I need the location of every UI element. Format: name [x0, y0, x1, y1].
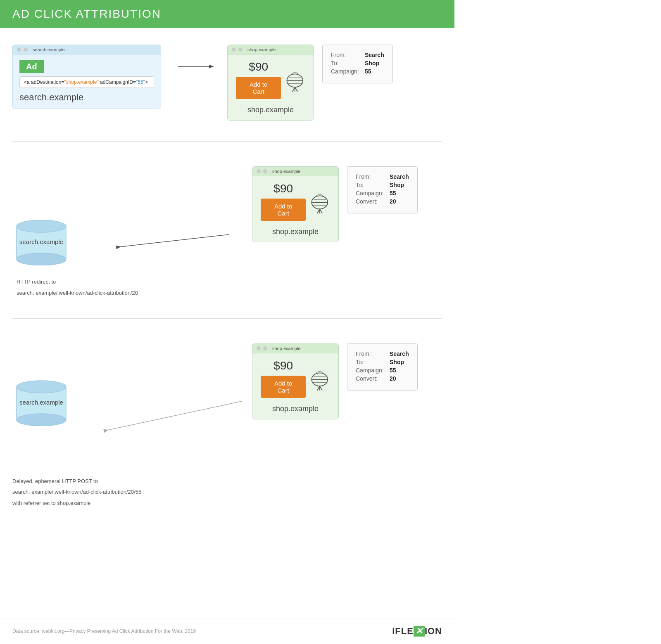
from-value-1: Search: [365, 52, 384, 58]
search-browser-1: search.example Ad <a adDestination="shop…: [12, 45, 161, 109]
svg-line-16: [317, 209, 320, 213]
info-row-from-1: From: Search: [331, 52, 384, 58]
section-1: search.example Ad <a adDestination="shop…: [12, 45, 442, 142]
from-value-3: Search: [390, 350, 409, 357]
arrow-s2: [116, 230, 231, 257]
shop-btn-forward-3[interactable]: [263, 346, 267, 350]
shop-body-3: $90 Add to Cart: [252, 353, 338, 419]
shop-browser-bar-2: shop.example: [252, 167, 338, 176]
svg-line-17: [320, 209, 322, 213]
to-label-1: To:: [331, 60, 360, 66]
grill-icon-2: [310, 191, 330, 215]
from-label-3: From:: [356, 350, 385, 357]
shop-btn-back[interactable]: [232, 47, 236, 52]
grill-icon-3: [310, 368, 330, 393]
campaign-value-2: 55: [390, 190, 396, 197]
post-text-block: Delayed, ephemeral HTTP POST to search. …: [12, 477, 442, 508]
svg-line-27: [317, 386, 320, 391]
campaign-label-3: Campaign:: [356, 367, 385, 374]
cylinder-label-2: search.example: [19, 238, 63, 245]
from-label-1: From:: [331, 52, 360, 58]
campaign-value-3: 55: [390, 367, 396, 374]
grill-icon-1: [285, 69, 305, 94]
post-text-line1: Delayed, ephemeral HTTP POST to: [12, 477, 442, 486]
product-price-2: $90: [261, 182, 306, 195]
from-label-2: From:: [356, 173, 385, 180]
info-row-from-2: From: Search: [356, 173, 409, 180]
logo-x: ✕: [414, 626, 425, 637]
svg-point-9: [17, 220, 66, 232]
convert-value-3: 20: [390, 375, 396, 382]
section-3: search.example: [12, 343, 442, 528]
info-box-3: From: Search To: Shop Campaign: 55 Conve…: [347, 343, 418, 391]
arrow-s3: [103, 397, 244, 440]
shop-body-2: $90 Add to Cart: [252, 176, 338, 242]
info-row-to-1: To: Shop: [331, 60, 384, 66]
to-value-2: Shop: [390, 182, 404, 188]
svg-point-20: [17, 381, 66, 393]
ad-code: <a adDestination="shop.example" adCampai…: [19, 76, 154, 88]
main-content: search.example Ad <a adDestination="shop…: [0, 45, 454, 594]
svg-line-6: [295, 87, 297, 92]
shop-browser-bar-3: shop.example: [252, 344, 338, 353]
shop-browser-2: shop.example $90 Add to Cart: [252, 166, 339, 242]
http-text-line2: search. example/.well-known/ad-click-att…: [17, 289, 138, 298]
shop-domain-2: shop.example: [261, 227, 330, 236]
to-value-3: Shop: [390, 359, 404, 365]
info-row-campaign-2: Campaign: 55: [356, 190, 409, 197]
from-value-2: Search: [390, 173, 409, 180]
footer: Data source: webkit.org—Privacy Preservi…: [0, 618, 454, 644]
shop-btn-forward[interactable]: [238, 47, 243, 52]
ad-label: Ad: [19, 60, 44, 73]
footer-datasource: Data source: webkit.org—Privacy Preservi…: [12, 628, 196, 634]
convert-label-2: Convert:: [356, 198, 385, 205]
shop-browser-3: shop.example $90 Add to Cart: [252, 343, 339, 419]
info-row-convert-2: Convert: 20: [356, 198, 409, 205]
browser-btn-back[interactable]: [17, 47, 21, 52]
add-to-cart-btn-1[interactable]: Add to Cart: [236, 77, 281, 99]
info-row-campaign-1: Campaign: 55: [331, 68, 384, 75]
header: AD CLICK ATTRIBUTION: [0, 0, 454, 28]
browser-bar-1: search.example: [13, 45, 161, 54]
svg-line-11: [120, 234, 229, 247]
browser-body-1: Ad <a adDestination="shop.example" adCam…: [13, 54, 161, 109]
shop-btn-back-2[interactable]: [257, 169, 261, 173]
campaign-label-1: Campaign:: [331, 68, 360, 75]
post-text-line2: search. example/.well-known/ad-click-att…: [12, 488, 442, 497]
shop-domain-3: shop.example: [261, 405, 330, 413]
convert-label-3: Convert:: [356, 375, 385, 382]
svg-point-21: [17, 414, 66, 426]
add-to-cart-btn-2[interactable]: Add to Cart: [261, 199, 306, 221]
shop-url-2: shop.example: [272, 169, 301, 174]
product-price-3: $90: [261, 359, 306, 372]
shop-url-1: shop.example: [247, 47, 276, 52]
svg-point-10: [17, 253, 66, 265]
browser-btn-forward[interactable]: [24, 47, 28, 52]
svg-line-5: [292, 87, 295, 92]
shop-browser-bar-1: shop.example: [228, 45, 314, 54]
search-domain-1: search.example: [19, 92, 154, 103]
info-box-1: From: Search To: Shop Campaign: 55: [322, 45, 393, 83]
shop-body-1: $90 Add to Cart: [228, 54, 314, 120]
arrow-to-shop: [178, 60, 219, 74]
info-row-convert-3: Convert: 20: [356, 375, 409, 382]
to-value-1: Shop: [365, 60, 379, 66]
convert-value-2: 20: [390, 198, 396, 205]
info-row-from-3: From: Search: [356, 350, 409, 357]
shop-btn-back-3[interactable]: [257, 346, 261, 350]
browser-url-1: search.example: [33, 47, 65, 52]
svg-line-22: [107, 401, 242, 430]
product-price-1: $90: [236, 60, 281, 73]
post-text-line3: with referrer set to shop.example: [12, 499, 442, 508]
to-label-2: To:: [356, 182, 385, 188]
info-row-campaign-3: Campaign: 55: [356, 367, 409, 374]
to-label-3: To:: [356, 359, 385, 365]
page-title: AD CLICK ATTRIBUTION: [12, 7, 442, 21]
shop-btn-forward-2[interactable]: [263, 169, 267, 173]
add-to-cart-btn-3[interactable]: Add to Cart: [261, 376, 306, 398]
info-box-2: From: Search To: Shop Campaign: 55 Conve…: [347, 166, 418, 213]
footer-logo: IFLE✕ION: [392, 626, 442, 637]
cylinder-label-3: search.example: [19, 398, 63, 405]
svg-line-28: [320, 386, 322, 391]
campaign-value-1: 55: [365, 68, 371, 75]
